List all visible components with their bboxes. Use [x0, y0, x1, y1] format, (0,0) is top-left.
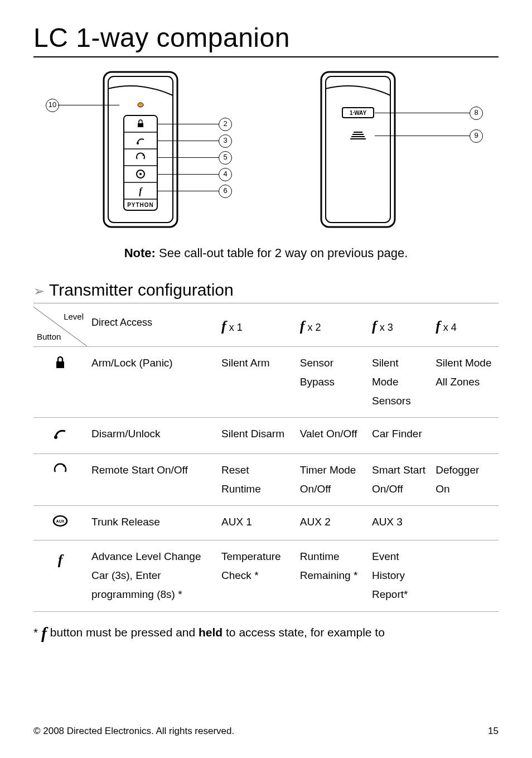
cell: Arm/Lock (Panic)	[87, 346, 217, 418]
col-f4: f x 4	[431, 307, 499, 346]
remote-back: 1·WAY 8 9	[313, 69, 486, 230]
cell: Silent Disarm	[217, 418, 296, 453]
cell: Advance Level Change Car (3s), Enter pro…	[87, 540, 217, 612]
svg-rect-3	[124, 115, 157, 210]
col-f2: f x 2	[296, 307, 367, 346]
cell: Reset Runtime	[217, 453, 296, 505]
callout-4: 4	[219, 168, 232, 181]
remote-start-icon	[33, 453, 87, 505]
svg-rect-20	[56, 361, 64, 368]
callout-3: 3	[219, 134, 232, 148]
cell: Runtime Remaining *	[296, 540, 367, 612]
svg-point-10	[137, 142, 139, 144]
col-direct-access: Direct Access	[87, 307, 217, 346]
cell: Timer Mode On/Off	[296, 453, 367, 505]
svg-point-13	[139, 173, 142, 175]
cell: Temperature Check *	[217, 540, 296, 612]
cell: Valet On/Off	[296, 418, 367, 453]
cell	[431, 505, 499, 540]
svg-point-21	[54, 436, 57, 439]
page-number: 15	[488, 726, 499, 737]
svg-point-2	[138, 103, 143, 107]
note-text: Note: See call-out table for 2 way on pr…	[33, 246, 499, 260]
table-row: Remote Start On/Off Reset Runtime Timer …	[33, 453, 499, 505]
remote-front-svg: f PYTHON	[46, 69, 235, 230]
svg-rect-9	[138, 123, 143, 127]
copyright: © 2008 Directed Electronics. All rights …	[33, 726, 234, 737]
table-row: Disarm/Unlock Silent Disarm Valet On/Off…	[33, 418, 499, 453]
cell: AUX 3	[367, 505, 431, 540]
config-table: Level Button Direct Access f x 1 f x 2 f…	[33, 307, 499, 612]
cell	[431, 540, 499, 612]
col-f3: f x 3	[367, 307, 431, 346]
svg-point-11	[143, 155, 144, 156]
svg-point-22	[63, 465, 65, 467]
cell: Silent Mode All Zones	[431, 346, 499, 418]
cell: Trunk Release	[87, 505, 217, 540]
corner-cell: Level Button	[33, 307, 87, 346]
diagram-area: 10	[33, 69, 499, 230]
cell: Disarm/Unlock	[87, 418, 217, 453]
table-row: Arm/Lock (Panic) Silent Arm Sensor Bypas…	[33, 346, 499, 418]
remote-back-svg: 1·WAY	[313, 69, 486, 230]
remote-brand-label: PYTHON	[127, 202, 154, 208]
cell: Smart Start On/Off	[367, 453, 431, 505]
cell: AUX 1	[217, 505, 296, 540]
cell: Defogger On	[431, 453, 499, 505]
page-title: LC 1-way companion	[33, 22, 499, 57]
key-icon	[33, 418, 87, 453]
svg-text:1·WAY: 1·WAY	[350, 110, 367, 116]
cell: Silent Arm	[217, 346, 296, 418]
callout-8: 8	[470, 107, 483, 120]
table-row: f Advance Level Change Car (3s), Enter p…	[33, 540, 499, 612]
callout-10: 10	[46, 99, 59, 112]
svg-rect-16	[326, 76, 390, 223]
table-row: AUX Trunk Release AUX 1 AUX 2 AUX 3	[33, 505, 499, 540]
remote-front: 10	[46, 69, 235, 230]
f-icon: f	[33, 540, 87, 612]
svg-text:AUX: AUX	[56, 519, 65, 523]
cell: Sensor Bypass	[296, 346, 367, 418]
lock-icon	[33, 346, 87, 418]
cell: Event History Report*	[367, 540, 431, 612]
callout-6: 6	[219, 185, 232, 198]
footnote: * f button must be pressed and held to a…	[33, 620, 499, 646]
cell: Remote Start On/Off	[87, 453, 217, 505]
col-f1: f x 1	[217, 307, 296, 346]
subhead-transmitter-config: Transmitter configuration	[33, 281, 499, 303]
cell: Silent Mode Sensors	[367, 346, 431, 418]
callout-2: 2	[219, 118, 232, 131]
callout-9: 9	[470, 129, 483, 143]
aux-icon: AUX	[33, 505, 87, 540]
cell	[431, 418, 499, 453]
cell: AUX 2	[296, 505, 367, 540]
cell: Car Finder	[367, 418, 431, 453]
callout-5: 5	[219, 151, 232, 165]
